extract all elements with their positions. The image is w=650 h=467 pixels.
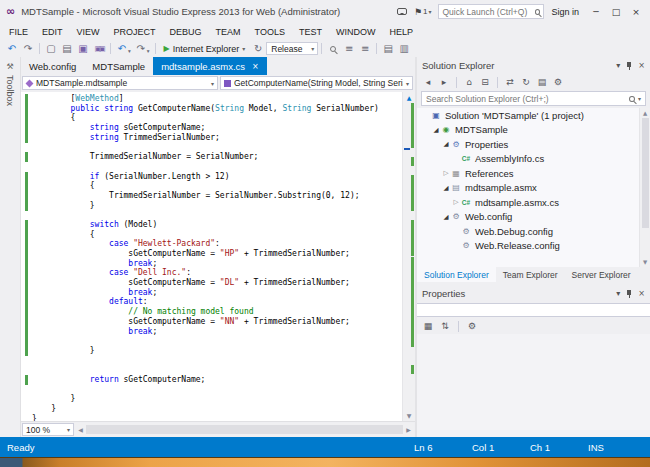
tab-mdtsample-asmx-cs[interactable]: mdtsample.asmx.cs× xyxy=(153,57,267,75)
minimize-button[interactable]: ─ xyxy=(586,7,606,17)
solution-search-input[interactable] xyxy=(426,94,626,104)
properties-icon[interactable]: ⚙ xyxy=(551,77,565,87)
pin-icon[interactable] xyxy=(625,61,633,71)
uncomment-icon[interactable]: ≡ xyxy=(357,41,373,56)
pin-icon[interactable] xyxy=(625,289,633,299)
tree-scrollbar[interactable]: ▲ ▼ xyxy=(639,108,650,267)
expanded-arrow-icon[interactable]: ◢ xyxy=(431,126,441,134)
hscroll-thumb[interactable] xyxy=(86,425,403,434)
save-all-icon[interactable]: ▣▣ xyxy=(91,41,107,56)
tab-web-config[interactable]: Web.config xyxy=(21,57,84,75)
menu-window[interactable]: WINDOW xyxy=(329,27,383,37)
navigate-backward-icon[interactable]: ↶ xyxy=(4,41,20,56)
properties-window-icon[interactable]: ▥ xyxy=(396,41,412,56)
tree-item-assemblyinfo-cs[interactable]: C#AssemblyInfo.cs xyxy=(417,152,650,167)
tree-item-web-debug-config[interactable]: ⚙Web.Debug.config xyxy=(417,224,650,239)
tree-item-mdtsample[interactable]: ◢◉MDTSample xyxy=(417,123,650,138)
open-file-icon[interactable]: ▤ xyxy=(59,41,75,56)
collapsed-arrow-icon[interactable]: ▷ xyxy=(441,169,451,177)
expanded-arrow-icon[interactable]: ◢ xyxy=(441,184,451,192)
categorized-icon[interactable]: ▦ xyxy=(421,321,435,331)
scroll-right-icon[interactable]: ▶ xyxy=(403,423,414,436)
forward-icon[interactable]: ▸ xyxy=(437,77,451,87)
window-menu-icon[interactable]: ▾ xyxy=(616,289,620,298)
editor-vscrollbar[interactable]: ▲ ▼ xyxy=(402,92,415,421)
expanded-arrow-icon[interactable]: ◢ xyxy=(441,213,451,221)
menu-team[interactable]: TEAM xyxy=(209,27,248,37)
tab-mdtsample[interactable]: MDTSample xyxy=(84,57,153,75)
scroll-down-icon[interactable]: ▼ xyxy=(643,259,647,265)
solution-search-box[interactable]: ▾ xyxy=(421,91,646,106)
refresh-icon[interactable]: ↻ xyxy=(519,77,533,87)
close-button[interactable]: × xyxy=(626,7,646,17)
home-icon[interactable]: ⌂ xyxy=(462,77,476,87)
tree-item-web-release-config[interactable]: ⚙Web.Release.config xyxy=(417,239,650,254)
window-menu-icon[interactable]: ▾ xyxy=(616,61,620,70)
properties-toolbar: ▦ ⇅ ⚙ xyxy=(417,318,650,334)
close-panel-icon[interactable]: × xyxy=(638,61,645,70)
redo-dropdown-icon[interactable]: ▾ xyxy=(147,48,150,54)
start-debug-button[interactable]: ▶ Internet Explorer ▾ xyxy=(159,41,251,56)
collapsed-arrow-icon[interactable]: ▷ xyxy=(451,198,461,206)
change-bar xyxy=(25,104,28,114)
property-pages-icon[interactable]: ⚙ xyxy=(465,321,479,331)
quick-launch-input[interactable] xyxy=(442,7,531,17)
panel-tab-server-explorer[interactable]: Server Explorer xyxy=(565,267,638,282)
member-dropdown[interactable]: GetComputerName(String Model, String Ser… xyxy=(220,76,413,90)
type-dropdown[interactable]: MDTSample.mdtsample ▾ xyxy=(22,76,218,90)
expanded-arrow-icon[interactable]: ◢ xyxy=(441,140,451,148)
tree-item-references[interactable]: ▷▦References xyxy=(417,166,650,181)
close-tab-icon[interactable]: × xyxy=(252,62,259,71)
menu-project[interactable]: PROJECT xyxy=(107,27,163,37)
menu-test[interactable]: TEST xyxy=(292,27,329,37)
menu-edit[interactable]: EDIT xyxy=(35,27,70,37)
scroll-down-icon[interactable]: ▼ xyxy=(403,410,415,421)
maximize-button[interactable]: □ xyxy=(606,7,626,17)
alphabetical-icon[interactable]: ⇅ xyxy=(438,321,452,331)
search-options-icon[interactable]: ▾ xyxy=(638,95,641,102)
panel-tab-team-explorer[interactable]: Team Explorer xyxy=(496,267,565,282)
tree-item-mdtsample-asmx-cs[interactable]: ▷C#mdtsample.asmx.cs xyxy=(417,195,650,210)
solution-explorer-window-icon[interactable]: ▤ xyxy=(380,41,396,56)
close-panel-icon[interactable]: × xyxy=(638,289,645,298)
navigate-forward-icon[interactable]: ↷ xyxy=(20,41,36,56)
refresh-icon[interactable]: ↻ xyxy=(250,41,266,56)
toolbox-tab[interactable]: ⚒ Toolbox xyxy=(0,57,21,437)
properties-object-dropdown[interactable] xyxy=(417,303,650,317)
menu-file[interactable]: FILE xyxy=(2,27,35,37)
code-area[interactable]: [WebMethod] public string GetComputerNam… xyxy=(32,92,402,421)
menu-debug[interactable]: DEBUG xyxy=(163,27,209,37)
menu-tools[interactable]: TOOLS xyxy=(248,27,292,37)
scroll-up-icon[interactable]: ▲ xyxy=(643,110,647,116)
sync-active-document-icon[interactable]: ⇄ xyxy=(503,77,517,87)
undo-dropdown-icon[interactable]: ▾ xyxy=(128,48,131,54)
code-editor[interactable]: [WebMethod] public string GetComputerNam… xyxy=(21,92,415,421)
menu-help[interactable]: HELP xyxy=(382,27,420,37)
menu-view[interactable]: VIEW xyxy=(70,27,107,37)
back-icon[interactable]: ◂ xyxy=(421,77,435,87)
find-icon[interactable] xyxy=(325,41,341,56)
sign-in-link[interactable]: Sign in xyxy=(551,7,579,17)
tree-item-properties[interactable]: ◢⚙Properties xyxy=(417,137,650,152)
quick-launch-box[interactable] xyxy=(438,4,544,19)
tree-item-mdtsample-asmx[interactable]: ◢▤mdtsample.asmx xyxy=(417,181,650,196)
zoom-control[interactable]: 100 % ▾ xyxy=(22,423,74,436)
solution-configuration-dropdown[interactable]: Release ▾ xyxy=(266,42,318,55)
code-line: [WebMethod] xyxy=(32,94,402,104)
comment-icon[interactable]: ≡ xyxy=(341,41,357,56)
panel-tab-solution-explorer[interactable]: Solution Explorer xyxy=(417,267,496,282)
show-all-files-icon[interactable]: ▤ xyxy=(535,77,549,87)
tree-item-web-config[interactable]: ◢⚙Web.config xyxy=(417,210,650,225)
editor-hscrollbar[interactable]: ◀ ▶ xyxy=(75,423,414,436)
scroll-left-icon[interactable]: ◀ xyxy=(75,423,86,436)
solution-explorer-header[interactable]: Solution Explorer ▾ × xyxy=(417,57,650,74)
collapse-all-icon[interactable]: ⊟ xyxy=(478,77,492,87)
scroll-up-icon[interactable]: ▲ xyxy=(403,92,415,103)
feedback-button[interactable] xyxy=(397,6,407,17)
save-icon[interactable]: ▣ xyxy=(75,41,91,56)
tree-item-solution-mdtsample-1-project[interactable]: ▣Solution 'MDTSample' (1 project) xyxy=(417,108,650,123)
scrollbar-thumb[interactable] xyxy=(642,118,649,228)
properties-header[interactable]: Properties ▾ × xyxy=(417,285,650,302)
new-file-icon[interactable]: ▢ xyxy=(43,41,59,56)
notifications-button[interactable]: ⚑ 1 ▾ xyxy=(414,7,432,17)
